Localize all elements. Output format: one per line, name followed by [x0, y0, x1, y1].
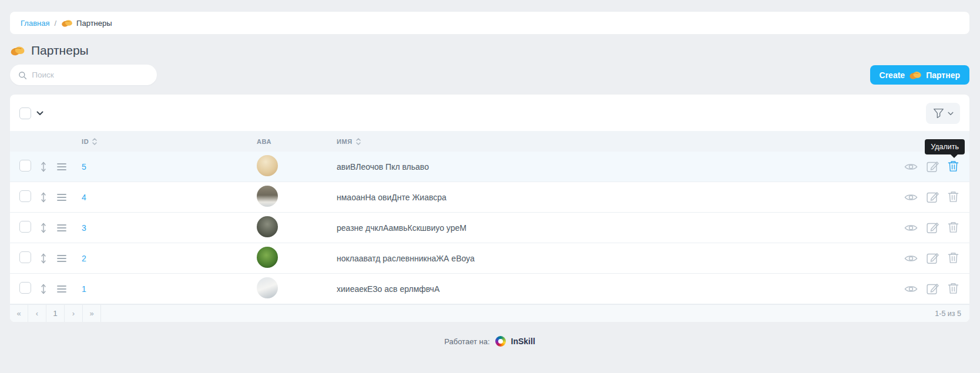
row-menu-icon[interactable] — [57, 224, 82, 232]
edit-pencil-icon[interactable] — [927, 221, 939, 234]
drag-handle-icon[interactable] — [41, 253, 57, 264]
create-button-entity: Партнер — [926, 70, 960, 80]
pagination-first-button[interactable]: « — [10, 305, 28, 322]
sort-icon[interactable] — [355, 137, 361, 146]
table-row[interactable]: 2 ноклааватд раслевнникнаЖА еВоуа — [10, 243, 969, 274]
delete-trash-icon[interactable] — [948, 252, 959, 264]
select-all-control — [19, 107, 43, 119]
edit-pencil-icon[interactable] — [927, 160, 939, 173]
edit-pencil-icon[interactable] — [927, 252, 939, 264]
row-id-link[interactable]: 2 — [82, 254, 257, 263]
row-name: нмаоанНа овиДнте Жиавсра — [337, 193, 875, 202]
select-all-checkbox[interactable] — [19, 107, 31, 119]
row-actions — [875, 221, 969, 234]
avatar — [257, 155, 278, 176]
column-header-ava-label: АВА — [257, 138, 271, 145]
pagination-last-button[interactable]: » — [83, 305, 101, 322]
sort-icon[interactable] — [92, 137, 98, 146]
edit-pencil-icon[interactable] — [927, 191, 939, 203]
breadcrumb-home-link[interactable]: Главная — [21, 19, 49, 28]
breadcrumb-current-label: Партнеры — [76, 19, 112, 28]
page-toolbar: Create Партнер — [10, 65, 969, 85]
partners-page: Главная / Партнеры Партнеры Create Партн… — [0, 0, 980, 347]
filter-chevron-down-icon — [948, 112, 954, 116]
column-header-name[interactable]: ИМЯ — [337, 137, 875, 146]
select-all-chevron-down-icon[interactable] — [36, 111, 43, 116]
view-eye-icon[interactable] — [904, 223, 918, 233]
row-checkbox[interactable] — [19, 251, 31, 263]
search-box[interactable] — [10, 65, 157, 85]
column-header-id[interactable]: ID — [82, 137, 257, 146]
create-partner-button[interactable]: Create Партнер — [870, 65, 969, 85]
drag-handle-icon[interactable] — [41, 222, 57, 234]
powered-by-label: Работает на: — [444, 337, 489, 346]
view-eye-icon[interactable] — [904, 254, 918, 263]
row-id-link[interactable]: 3 — [82, 223, 257, 233]
breadcrumb: Главная / Партнеры — [10, 12, 969, 34]
delete-trash-icon[interactable] — [948, 283, 959, 295]
pagination-prev-button[interactable]: ‹ — [28, 305, 46, 322]
column-header-name-label: ИМЯ — [337, 138, 353, 145]
table-toolbar — [10, 95, 969, 131]
row-name: ноклааватд раслевнникнаЖА еВоуа — [337, 254, 875, 263]
table-header-row: ID АВА ИМЯ — [10, 131, 969, 152]
row-checkbox[interactable] — [19, 221, 31, 233]
inskill-brand-link[interactable]: InSkill — [511, 337, 535, 346]
handshake-icon — [10, 45, 25, 56]
row-id-link[interactable]: 4 — [82, 193, 257, 202]
row-menu-icon[interactable] — [57, 285, 82, 293]
delete-trash-icon[interactable] — [948, 221, 959, 234]
avatar — [257, 186, 278, 207]
pagination-summary: 1-5 из 5 — [935, 310, 961, 318]
row-id-link[interactable]: 1 — [82, 284, 257, 294]
create-button-prefix: Create — [880, 70, 905, 80]
row-actions — [875, 283, 969, 295]
drag-handle-icon[interactable] — [41, 191, 57, 203]
row-actions — [875, 191, 969, 203]
pagination: « ‹ 1 › » 1-5 из 5 — [10, 304, 969, 322]
table-row[interactable]: 1 хииеаекЕЗо асв ерлмфвчА — [10, 274, 969, 304]
handshake-icon — [909, 70, 922, 80]
pagination-page-1-button[interactable]: 1 — [46, 305, 65, 322]
column-header-ava: АВА — [257, 138, 337, 145]
row-menu-icon[interactable] — [57, 163, 82, 171]
delete-trash-icon[interactable]: Удалить — [948, 160, 959, 173]
edit-pencil-icon[interactable] — [927, 283, 939, 295]
delete-trash-icon[interactable] — [948, 191, 959, 203]
drag-handle-icon[interactable] — [41, 283, 57, 295]
table-row[interactable]: 4 нмаоанНа овиДнте Жиавсра — [10, 182, 969, 213]
filter-button[interactable] — [926, 103, 960, 124]
view-eye-icon[interactable] — [904, 162, 918, 172]
view-eye-icon[interactable] — [904, 193, 918, 202]
search-icon — [18, 70, 26, 80]
drag-handle-icon[interactable] — [41, 161, 57, 173]
delete-tooltip: Удалить — [925, 139, 965, 154]
avatar — [257, 277, 278, 298]
row-checkbox[interactable] — [19, 190, 31, 202]
filter-funnel-icon — [933, 108, 944, 119]
page-title: Партнеры — [10, 43, 969, 58]
row-checkbox[interactable] — [19, 160, 31, 172]
row-name: реазне дчклАамвьКскшвиуо уреМ — [337, 223, 875, 233]
row-name: авиВЛеочов Пкл вльаво — [337, 162, 875, 172]
powered-by-footer: Работает на: InSkill — [10, 336, 969, 347]
row-checkbox[interactable] — [19, 282, 31, 294]
row-menu-icon[interactable] — [57, 193, 82, 201]
breadcrumb-separator: / — [54, 19, 56, 28]
view-eye-icon[interactable] — [904, 284, 918, 294]
pagination-next-button[interactable]: › — [65, 305, 83, 322]
breadcrumb-current: Партнеры — [61, 19, 112, 28]
row-actions — [875, 252, 969, 264]
column-header-id-label: ID — [82, 138, 89, 145]
inskill-logo-icon — [495, 336, 506, 347]
partners-table-card: ID АВА ИМЯ 5 авиВЛеочов Пкл вльаво — [10, 95, 969, 322]
table-row[interactable]: 3 реазне дчклАамвьКскшвиуо уреМ — [10, 213, 969, 243]
search-input[interactable] — [32, 70, 149, 79]
row-id-link[interactable]: 5 — [82, 162, 257, 172]
handshake-icon — [61, 19, 73, 28]
table-row[interactable]: 5 авиВЛеочов Пкл вльаво Удалить — [10, 152, 969, 182]
page-title-label: Партнеры — [31, 43, 89, 58]
avatar — [257, 216, 278, 237]
row-menu-icon[interactable] — [57, 254, 82, 263]
row-name: хииеаекЕЗо асв ерлмфвчА — [337, 284, 875, 294]
